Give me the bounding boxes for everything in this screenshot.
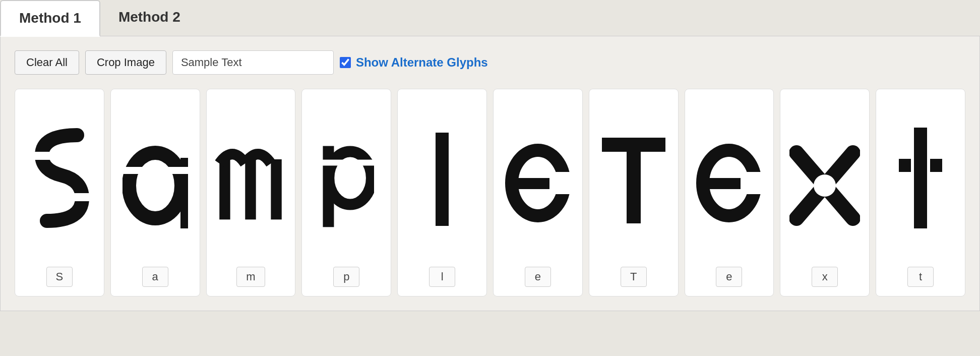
glyph-display-e bbox=[500, 97, 576, 259]
svg-rect-19 bbox=[741, 172, 762, 194]
glyph-display-t bbox=[882, 97, 959, 259]
glyph-display-x bbox=[786, 97, 863, 259]
glyph-display-e2 bbox=[691, 97, 768, 259]
svg-rect-23 bbox=[914, 128, 927, 228]
glyph-card-l[interactable]: l bbox=[397, 89, 487, 296]
show-alternate-glyphs-label[interactable]: Show Alternate Glyphs bbox=[340, 55, 488, 70]
glyph-label-l: l bbox=[429, 267, 455, 287]
svg-rect-16 bbox=[627, 138, 641, 223]
main-content: Clear All Crop Image Show Alternate Glyp… bbox=[0, 36, 980, 311]
svg-rect-10 bbox=[319, 160, 374, 166]
sample-text-input[interactable] bbox=[172, 50, 334, 75]
glyph-display-S bbox=[21, 97, 98, 259]
glyph-label-p: p bbox=[333, 267, 359, 287]
app-container: Method 1 Method 2 Clear All Crop Image S… bbox=[0, 0, 980, 311]
svg-point-22 bbox=[814, 174, 836, 197]
svg-rect-6 bbox=[246, 159, 256, 219]
show-alternate-glyphs-text: Show Alternate Glyphs bbox=[356, 55, 488, 70]
glyph-card-x[interactable]: x bbox=[780, 89, 870, 296]
glyph-label-T: T bbox=[621, 267, 647, 287]
glyph-card-t[interactable]: t bbox=[876, 89, 965, 296]
clear-all-button[interactable]: Clear All bbox=[15, 50, 79, 75]
svg-rect-26 bbox=[914, 156, 927, 175]
glyph-label-e2: e bbox=[716, 267, 742, 287]
svg-rect-0 bbox=[27, 152, 92, 160]
tab-method2[interactable]: Method 2 bbox=[100, 0, 199, 36]
glyphs-grid: S a bbox=[15, 89, 965, 296]
glyph-card-a[interactable]: a bbox=[110, 89, 200, 296]
glyph-card-e[interactable]: e bbox=[493, 89, 583, 296]
crop-image-button[interactable]: Crop Image bbox=[85, 50, 166, 75]
glyph-label-m: m bbox=[236, 267, 265, 287]
glyph-label-t: t bbox=[907, 267, 934, 287]
glyph-card-S[interactable]: S bbox=[15, 89, 104, 296]
glyph-card-p[interactable]: p bbox=[301, 89, 391, 296]
svg-point-9 bbox=[329, 152, 372, 205]
toolbar: Clear All Crop Image Show Alternate Glyp… bbox=[15, 50, 965, 75]
tabs-bar: Method 1 Method 2 bbox=[0, 0, 980, 36]
glyph-card-m[interactable]: m bbox=[206, 89, 296, 296]
tab-method1[interactable]: Method 1 bbox=[0, 0, 100, 37]
glyph-card-T[interactable]: T bbox=[589, 89, 679, 296]
glyph-label-e: e bbox=[525, 267, 551, 287]
glyph-display-p bbox=[308, 97, 385, 259]
glyph-card-e2[interactable]: e bbox=[685, 89, 774, 296]
glyph-label-S: S bbox=[46, 267, 73, 287]
glyph-label-x: x bbox=[812, 267, 838, 287]
svg-rect-4 bbox=[122, 167, 188, 174]
svg-point-2 bbox=[129, 153, 181, 218]
svg-rect-14 bbox=[549, 172, 571, 194]
svg-rect-11 bbox=[436, 133, 449, 226]
glyph-display-T bbox=[595, 97, 672, 259]
glyph-label-a: a bbox=[142, 267, 168, 287]
glyph-display-l bbox=[404, 97, 480, 259]
show-alternate-glyphs-checkbox[interactable] bbox=[340, 57, 351, 68]
svg-rect-1 bbox=[27, 193, 92, 201]
svg-rect-7 bbox=[271, 159, 282, 219]
glyph-display-m bbox=[213, 97, 289, 259]
svg-rect-5 bbox=[220, 159, 230, 219]
glyph-display-a bbox=[117, 97, 194, 259]
